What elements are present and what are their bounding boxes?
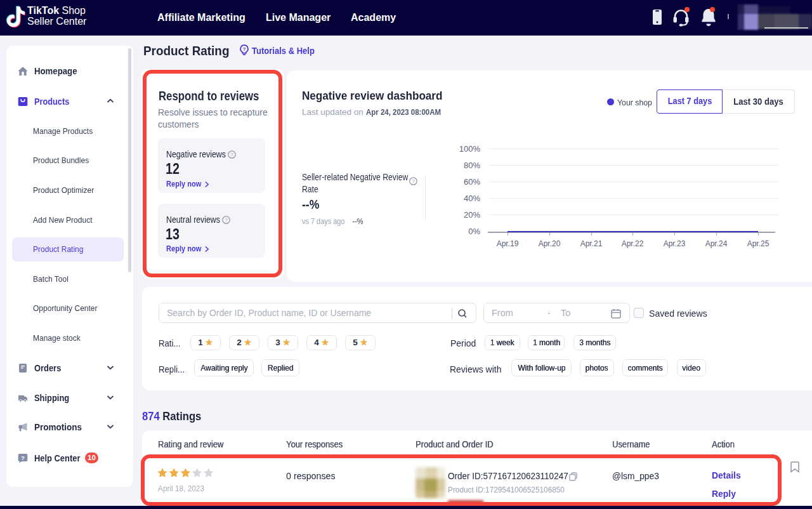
svg-text:?: ? <box>243 46 246 52</box>
svg-text:?: ? <box>412 178 414 184</box>
svg-text:?: ? <box>21 455 25 461</box>
